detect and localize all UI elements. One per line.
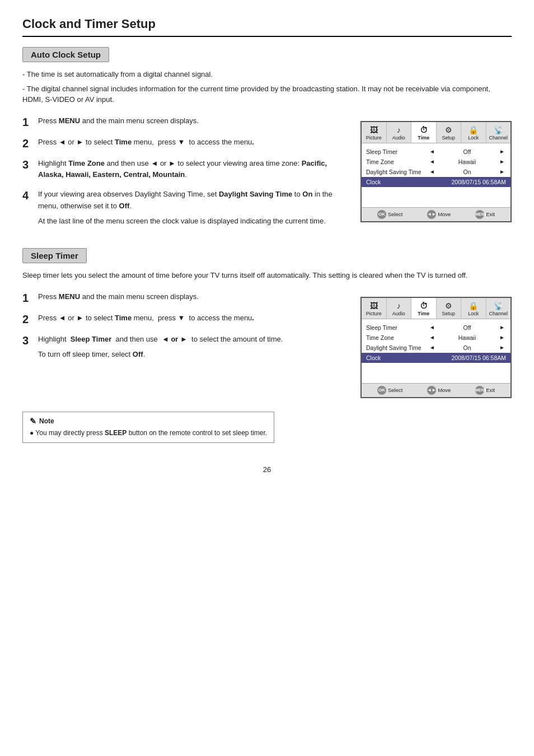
menu-row-sleep-2: Sleep Timer ◄ Off ► (362, 323, 510, 333)
clock-label-1: Clock (366, 179, 452, 185)
step-4: 4 If your viewing area observes Daylight… (22, 189, 349, 227)
auto-clock-header: Auto Clock Setup (22, 47, 109, 62)
auto-clock-steps: 1 Press MENU and the main menu screen di… (22, 115, 349, 235)
menu-row-dst-2: Daylight Saving Time ◄ On ► (362, 343, 510, 353)
footer-exit-label-2: Exit (486, 387, 495, 393)
intro-line-2: - The digital channel signal includes in… (22, 83, 512, 105)
tab-setup-1: ⚙ Setup (437, 122, 462, 143)
channel-icon-2: 📡 (488, 301, 510, 310)
step-text-2: Press ◄ or ► to select Time menu, press … (38, 137, 349, 148)
step-text-4: If your viewing area observes Daylight S… (38, 189, 349, 227)
sleep-arrow-left-1: ◄ (428, 148, 436, 155)
timezone-arrow-right-2: ► (498, 334, 506, 340)
timezone-label-1: Time Zone (366, 158, 428, 165)
menu-ui-1: 🖼 Picture ♪ Audio ⏱ Time ⚙ Setup (360, 121, 512, 235)
tab-time-1: ⏱ Time (411, 122, 437, 143)
dst-arrow-right-1: ► (498, 169, 506, 175)
ok-button-icon-1: OK (377, 210, 386, 219)
time-icon-1: ⏱ (413, 125, 435, 134)
step-text-1: Press MENU and the main menu screen disp… (38, 115, 349, 127)
tab-audio-label-1: Audio (388, 135, 410, 141)
step-text-3: Highlight Time Zone and then use ◄ or ► … (38, 158, 349, 181)
menu-footer-1: OK Select ◄► Move MENU Exit (362, 207, 510, 221)
lock-icon-1: 🔒 (462, 125, 485, 134)
menu-row-dst-1: Daylight Saving Time ◄ On ► (362, 167, 510, 177)
tab-audio-label-2: Audio (388, 311, 410, 316)
step-2: 2 Press ◄ or ► to select Time menu, pres… (22, 137, 349, 150)
sleep-step-num-3: 3 (22, 334, 32, 347)
sleep-timer-label-2: Sleep Timer (366, 324, 428, 331)
footer-select-label-2: Select (388, 387, 402, 393)
menu-tabs-2: 🖼 Picture ♪ Audio ⏱ Time ⚙ Setup (362, 298, 510, 319)
footer-select-2: OK Select (377, 386, 402, 395)
sleep-step-2: 2 Press ◄ or ► to select Time menu, pres… (22, 312, 349, 326)
menu-row-sleep-1: Sleep Timer ◄ Off ► (362, 147, 510, 157)
menu-button-icon-1: MENU (475, 210, 484, 219)
clock-value-2: 2008/07/15 06:58AM (452, 354, 507, 361)
intro-line-1: - The time is set automatically from a d… (22, 69, 512, 80)
note-icon: ✎ (30, 417, 36, 426)
footer-move-label-2: Move (438, 387, 451, 393)
sleep-arrow-right-2: ► (498, 324, 506, 330)
sleep-timer-header: Sleep Timer (22, 248, 87, 263)
timezone-arrow-right-1: ► (498, 158, 506, 165)
tab-lock-1: 🔒 Lock (461, 122, 486, 143)
step-num-3: 3 (22, 158, 32, 171)
tab-picture-label-2: Picture (363, 311, 385, 316)
page-title: Clock and Timer Setup (22, 17, 512, 37)
lock-icon-2: 🔒 (462, 301, 485, 310)
tab-time-label-1: Time (413, 135, 435, 141)
dst-arrow-left-1: ◄ (428, 169, 436, 175)
menu-footer-2: OK Select ◄► Move MENU Exit (362, 383, 510, 397)
sleep-step-text-3: Highlight Sleep Timer and then use ◄ or … (38, 334, 349, 361)
menu-spacer-1 (362, 187, 510, 204)
sleep-step-num-1: 1 (22, 291, 32, 305)
menu-spacer-2 (362, 363, 510, 380)
clock-label-2: Clock (366, 354, 452, 361)
dst-value-1: On (436, 169, 498, 175)
footer-exit-2: MENU Exit (475, 386, 495, 395)
tab-setup-label-1: Setup (438, 135, 460, 141)
step-num-4: 4 (22, 189, 32, 202)
setup-icon-1: ⚙ (438, 125, 460, 134)
time-icon-2: ⏱ (413, 301, 435, 310)
sleep-step-text-2: Press ◄ or ► to select Time menu, press … (38, 312, 349, 324)
auto-clock-content: 1 Press MENU and the main menu screen di… (22, 115, 512, 235)
clock-value-1: 2008/07/15 06:58AM (452, 179, 507, 185)
tab-channel-label-1: Channel (488, 135, 510, 141)
dst-value-2: On (436, 344, 498, 351)
picture-icon-2: 🖼 (363, 301, 385, 310)
tab-lock-label-1: Lock (462, 135, 485, 141)
sleep-timer-section: Sleep Timer Sleep timer lets you select … (22, 248, 512, 443)
sleep-step-text-1: Press MENU and the main menu screen disp… (38, 291, 349, 303)
move-button-icon-2: ◄► (427, 386, 436, 395)
step-num-1: 1 (22, 115, 32, 129)
move-button-icon-1: ◄► (427, 210, 436, 219)
footer-exit-1: MENU Exit (475, 210, 495, 219)
tab-time-label-2: Time (413, 311, 435, 316)
step-1: 1 Press MENU and the main menu screen di… (22, 115, 349, 129)
note-title: ✎ Note (30, 417, 267, 426)
tab-channel-1: 📡 Channel (486, 122, 511, 143)
footer-move-1: ◄► Move (427, 210, 451, 219)
sleep-intro-text: Sleep timer lets you select the amount o… (22, 270, 512, 281)
tab-setup-label-2: Setup (438, 311, 460, 316)
note-box: ✎ Note ● You may directly press SLEEP bu… (22, 412, 274, 443)
menu-ui-2: 🖼 Picture ♪ Audio ⏱ Time ⚙ Setup (360, 297, 512, 398)
menu-body-2: Sleep Timer ◄ Off ► Time Zone ◄ Hawaii ►… (362, 319, 510, 383)
tab-audio-2: ♪ Audio (387, 298, 412, 319)
sleep-timer-steps: 1 Press MENU and the main menu screen di… (22, 291, 349, 398)
sleep-step-1: 1 Press MENU and the main menu screen di… (22, 291, 349, 305)
sleep-timer-label-1: Sleep Timer (366, 148, 428, 155)
auto-clock-section: Auto Clock Setup - The time is set autom… (22, 47, 512, 235)
dst-arrow-right-2: ► (498, 344, 506, 351)
menu-body-1: Sleep Timer ◄ Off ► Time Zone ◄ Hawaii ►… (362, 143, 510, 207)
tab-picture-2: 🖼 Picture (362, 298, 387, 319)
timezone-value-2: Hawaii (436, 334, 498, 341)
tab-picture-1: 🖼 Picture (362, 122, 387, 143)
ok-button-icon-2: OK (377, 386, 386, 395)
tab-lock-2: 🔒 Lock (461, 298, 486, 319)
menu-row-clock-2: Clock 2008/07/15 06:58AM (362, 353, 510, 363)
channel-icon-1: 📡 (488, 125, 510, 134)
menu-row-timezone-1: Time Zone ◄ Hawaii ► (362, 157, 510, 167)
